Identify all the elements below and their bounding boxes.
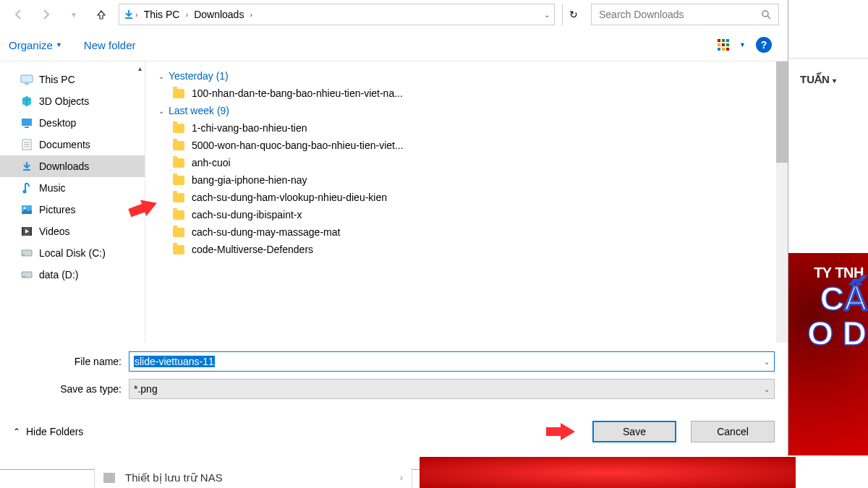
svg-rect-4	[25, 83, 29, 85]
sidebar-item-pictures[interactable]: Pictures	[0, 199, 145, 221]
search-input[interactable]: Search Downloads	[591, 4, 779, 25]
chevron-icon: ›	[248, 10, 254, 19]
list-item[interactable]: anh-cuoi	[153, 154, 788, 171]
breadcrumb-root[interactable]: This PC	[140, 9, 184, 20]
form-area: File name: slide-viettuans-11 ⌄ Save as …	[0, 343, 788, 399]
cancel-button[interactable]: Cancel	[691, 421, 775, 442]
list-item[interactable]: cach-su-dung-ham-vlookup-nhieu-dieu-kien	[153, 189, 788, 206]
chevron-icon: ›	[134, 10, 140, 19]
list-item[interactable]: 100-nhan-dan-te-bang-bao-nhieu-tien-viet…	[153, 85, 788, 102]
address-dropdown[interactable]: ⌄	[544, 11, 550, 19]
svg-rect-16	[22, 227, 23, 236]
list-item[interactable]: bang-gia-iphone-hien-nay	[153, 171, 788, 189]
svg-point-14	[24, 207, 26, 210]
dropdown-icon[interactable]: ⌄	[764, 385, 770, 393]
dropdown-icon[interactable]: ⌄	[764, 358, 770, 366]
svg-rect-11	[23, 169, 30, 171]
group-header-last-week[interactable]: ⌄ Last week (9)	[153, 102, 788, 119]
dialog-footer: ⌃ Hide Folders Save Cancel	[0, 406, 788, 451]
save-type-select[interactable]: *.png ⌄	[129, 379, 775, 399]
downloads-icon	[124, 9, 134, 20]
sidebar: ▴ This PC 3D Objects Desktop Documents D…	[0, 61, 145, 343]
svg-rect-6	[25, 127, 29, 128]
svg-rect-19	[22, 254, 25, 255]
address-bar[interactable]: › This PC › Downloads › ⌄	[119, 4, 555, 25]
breadcrumb-folder[interactable]: Downloads	[190, 9, 248, 20]
nas-icon	[103, 473, 115, 483]
list-item[interactable]: 1-chi-vang-bao-nhieu-tien	[153, 119, 788, 137]
svg-rect-0	[125, 17, 132, 19]
svg-rect-3	[21, 75, 33, 82]
up-button[interactable]	[91, 4, 111, 25]
sidebar-item-3d-objects[interactable]: 3D Objects	[0, 90, 145, 112]
svg-line-2	[767, 16, 770, 19]
group-header-yesterday[interactable]: ⌄ Yesterday (1)	[153, 67, 788, 85]
scroll-up-icon[interactable]: ▴	[138, 64, 142, 72]
save-button[interactable]: Save	[592, 421, 676, 442]
folder-icon	[173, 245, 184, 254]
hide-folders-button[interactable]: ⌃ Hide Folders	[13, 426, 83, 437]
background-promo-strip	[420, 457, 796, 488]
collapse-icon: ⌄	[158, 107, 164, 115]
videos-icon	[20, 225, 33, 238]
svg-point-1	[762, 11, 768, 17]
list-item[interactable]: code-Multiverse-Defenders	[153, 241, 788, 258]
list-item[interactable]: cach-su-dung-ibispaint-x	[153, 206, 788, 223]
folder-icon	[173, 158, 184, 168]
caret-down-icon: ▼	[56, 41, 62, 48]
sidebar-item-videos[interactable]: Videos	[0, 221, 145, 242]
filename-label: File name:	[13, 356, 129, 367]
back-button[interactable]	[9, 4, 29, 25]
sidebar-item-data-d[interactable]: data (D:)	[0, 264, 145, 286]
sidebar-item-this-pc[interactable]: This PC	[0, 69, 145, 90]
forward-button[interactable]	[36, 4, 56, 25]
folder-icon	[173, 141, 184, 150]
refresh-button[interactable]: ↻	[562, 4, 584, 25]
toolbar: Organize▼ New folder ▼ ?	[0, 29, 788, 61]
filename-value: slide-viettuans-11	[134, 356, 215, 367]
new-folder-button[interactable]: New folder	[84, 39, 136, 51]
disk-icon	[20, 268, 33, 281]
svg-rect-17	[30, 227, 32, 236]
filename-input[interactable]: slide-viettuans-11 ⌄	[129, 351, 775, 372]
sidebar-item-local-disk-c[interactable]: Local Disk (C:)	[0, 242, 145, 264]
disk-icon	[20, 247, 33, 260]
address-row: ▼ › This PC › Downloads › ⌄ ↻ Search Dow…	[0, 0, 788, 29]
collapse-icon: ⌄	[158, 72, 164, 80]
music-icon	[20, 181, 33, 194]
recent-dropdown[interactable]: ▼	[64, 4, 84, 25]
svg-rect-5	[22, 119, 32, 126]
sidebar-item-documents[interactable]: Documents	[0, 134, 145, 155]
svg-point-12	[23, 190, 27, 194]
svg-rect-21	[22, 276, 26, 277]
chevron-right-icon: ›	[400, 473, 403, 483]
folder-icon	[173, 176, 184, 185]
background-tab[interactable]: TUẤN ▾	[788, 59, 868, 86]
organize-menu[interactable]: Organize▼	[9, 39, 62, 51]
main-area: ▴ This PC 3D Objects Desktop Documents D…	[0, 61, 788, 343]
sidebar-item-desktop[interactable]: Desktop	[0, 112, 145, 134]
help-icon[interactable]: ?	[756, 37, 772, 53]
downloads-icon	[20, 160, 33, 173]
background-nav-item[interactable]: Thiết bị lưu trữ NAS ›	[94, 467, 412, 488]
folder-icon	[173, 193, 184, 202]
chevron-icon: ›	[184, 10, 190, 19]
folder-icon	[173, 228, 184, 237]
list-item[interactable]: cach-su-dung-may-massage-mat	[153, 223, 788, 241]
view-options-icon[interactable]	[718, 39, 729, 51]
save-type-label: Save as type:	[13, 383, 129, 395]
file-list: ⌄ Yesterday (1) 100-nhan-dan-te-bang-bao…	[145, 61, 788, 343]
caret-down-icon[interactable]: ▼	[739, 41, 746, 48]
annotation-arrow	[546, 421, 578, 442]
cube-icon	[20, 95, 33, 108]
sidebar-item-music[interactable]: Music	[0, 177, 145, 199]
folder-icon	[173, 210, 184, 220]
scrollbar-thumb[interactable]	[776, 61, 788, 163]
list-item[interactable]: 5000-won-han-quoc-bang-bao-nhieu-tien-vi…	[153, 137, 788, 154]
search-placeholder: Search Downloads	[599, 9, 684, 20]
pc-icon	[20, 73, 33, 86]
folder-icon	[173, 124, 184, 133]
desktop-icon	[20, 116, 33, 129]
sidebar-item-downloads[interactable]: Downloads	[0, 155, 145, 177]
search-icon	[761, 9, 771, 20]
